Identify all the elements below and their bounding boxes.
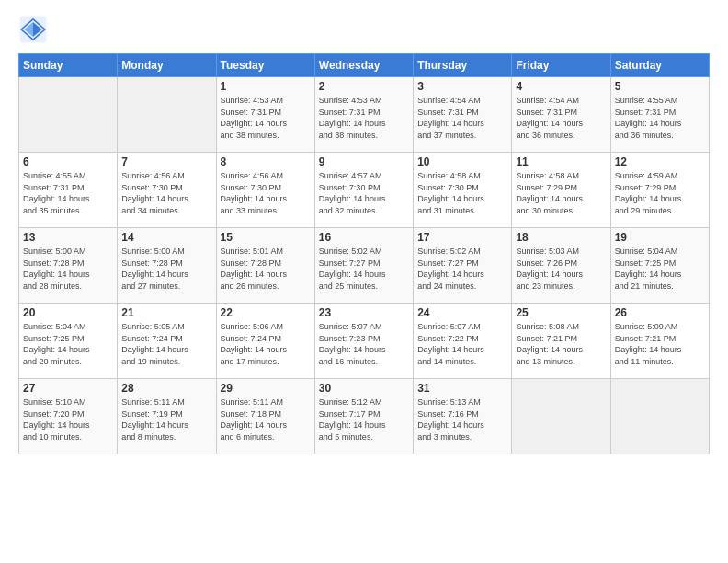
day-number: 17 (417, 231, 507, 244)
day-cell: 24Sunrise: 5:07 AM Sunset: 7:22 PM Dayli… (414, 304, 512, 379)
day-cell: 27Sunrise: 5:10 AM Sunset: 7:20 PM Dayli… (19, 379, 118, 454)
day-cell: 15Sunrise: 5:01 AM Sunset: 7:28 PM Dayli… (216, 228, 314, 304)
calendar-page: SundayMondayTuesdayWednesdayThursdayFrid… (0, 0, 728, 563)
day-number: 28 (121, 382, 211, 395)
day-info: Sunrise: 5:11 AM Sunset: 7:19 PM Dayligh… (121, 396, 211, 442)
day-cell: 9Sunrise: 4:57 AM Sunset: 7:30 PM Daylig… (314, 153, 413, 228)
weekday-sunday: Sunday (19, 54, 118, 77)
week-row-3: 13Sunrise: 5:00 AM Sunset: 7:28 PM Dayli… (19, 228, 710, 304)
day-number: 15 (221, 231, 311, 244)
day-info: Sunrise: 4:58 AM Sunset: 7:30 PM Dayligh… (417, 170, 507, 216)
day-cell: 21Sunrise: 5:05 AM Sunset: 7:24 PM Dayli… (118, 304, 216, 379)
day-cell: 6Sunrise: 4:55 AM Sunset: 7:31 PM Daylig… (19, 153, 118, 228)
day-info: Sunrise: 4:58 AM Sunset: 7:29 PM Dayligh… (516, 170, 606, 216)
day-number: 4 (516, 80, 606, 93)
day-info: Sunrise: 4:54 AM Sunset: 7:31 PM Dayligh… (516, 95, 606, 141)
day-number: 25 (516, 306, 606, 319)
day-number: 3 (417, 80, 507, 93)
week-row-5: 27Sunrise: 5:10 AM Sunset: 7:20 PM Dayli… (19, 379, 710, 454)
day-number: 2 (319, 80, 409, 93)
day-cell: 4Sunrise: 4:54 AM Sunset: 7:31 PM Daylig… (512, 77, 610, 153)
day-number: 27 (23, 382, 113, 395)
day-number: 8 (221, 155, 311, 168)
day-cell: 20Sunrise: 5:04 AM Sunset: 7:25 PM Dayli… (19, 304, 118, 379)
day-info: Sunrise: 5:08 AM Sunset: 7:21 PM Dayligh… (516, 321, 606, 367)
day-cell: 13Sunrise: 5:00 AM Sunset: 7:28 PM Dayli… (19, 228, 118, 304)
day-cell: 5Sunrise: 4:55 AM Sunset: 7:31 PM Daylig… (610, 77, 709, 153)
day-info: Sunrise: 5:09 AM Sunset: 7:21 PM Dayligh… (615, 321, 705, 367)
day-number: 26 (615, 306, 705, 319)
day-cell: 17Sunrise: 5:02 AM Sunset: 7:27 PM Dayli… (414, 228, 512, 304)
day-cell: 7Sunrise: 4:56 AM Sunset: 7:30 PM Daylig… (118, 153, 216, 228)
day-info: Sunrise: 4:56 AM Sunset: 7:30 PM Dayligh… (121, 170, 211, 216)
week-row-1: 1Sunrise: 4:53 AM Sunset: 7:31 PM Daylig… (19, 77, 710, 153)
day-info: Sunrise: 4:54 AM Sunset: 7:31 PM Dayligh… (417, 95, 507, 141)
day-cell: 1Sunrise: 4:53 AM Sunset: 7:31 PM Daylig… (216, 77, 314, 153)
day-info: Sunrise: 5:11 AM Sunset: 7:18 PM Dayligh… (221, 396, 311, 442)
day-cell (19, 77, 118, 153)
day-info: Sunrise: 4:59 AM Sunset: 7:29 PM Dayligh… (615, 170, 705, 216)
day-number: 9 (319, 155, 409, 168)
day-number: 16 (319, 231, 409, 244)
calendar-table: SundayMondayTuesdayWednesdayThursdayFrid… (18, 53, 710, 454)
week-row-2: 6Sunrise: 4:55 AM Sunset: 7:31 PM Daylig… (19, 153, 710, 228)
day-cell (118, 77, 216, 153)
weekday-monday: Monday (118, 54, 216, 77)
day-number: 31 (417, 382, 507, 395)
day-cell: 29Sunrise: 5:11 AM Sunset: 7:18 PM Dayli… (216, 379, 314, 454)
weekday-thursday: Thursday (414, 54, 512, 77)
day-cell: 28Sunrise: 5:11 AM Sunset: 7:19 PM Dayli… (118, 379, 216, 454)
header (18, 15, 710, 44)
day-info: Sunrise: 5:07 AM Sunset: 7:22 PM Dayligh… (417, 321, 507, 367)
day-info: Sunrise: 5:03 AM Sunset: 7:26 PM Dayligh… (516, 246, 606, 292)
day-info: Sunrise: 5:02 AM Sunset: 7:27 PM Dayligh… (319, 246, 409, 292)
day-cell: 19Sunrise: 5:04 AM Sunset: 7:25 PM Dayli… (610, 228, 709, 304)
day-number: 22 (221, 306, 311, 319)
day-number: 5 (615, 80, 705, 93)
day-cell: 31Sunrise: 5:13 AM Sunset: 7:16 PM Dayli… (414, 379, 512, 454)
day-info: Sunrise: 4:55 AM Sunset: 7:31 PM Dayligh… (23, 170, 113, 216)
day-info: Sunrise: 4:53 AM Sunset: 7:31 PM Dayligh… (221, 95, 311, 141)
weekday-tuesday: Tuesday (216, 54, 314, 77)
day-number: 19 (615, 231, 705, 244)
day-number: 10 (417, 155, 507, 168)
day-info: Sunrise: 5:06 AM Sunset: 7:24 PM Dayligh… (221, 321, 311, 367)
day-cell: 30Sunrise: 5:12 AM Sunset: 7:17 PM Dayli… (314, 379, 413, 454)
day-info: Sunrise: 5:04 AM Sunset: 7:25 PM Dayligh… (615, 246, 705, 292)
day-number: 18 (516, 231, 606, 244)
weekday-saturday: Saturday (610, 54, 709, 77)
day-info: Sunrise: 5:00 AM Sunset: 7:28 PM Dayligh… (23, 246, 113, 292)
day-info: Sunrise: 5:07 AM Sunset: 7:23 PM Dayligh… (319, 321, 409, 367)
day-cell: 2Sunrise: 4:53 AM Sunset: 7:31 PM Daylig… (314, 77, 413, 153)
day-number: 20 (23, 306, 113, 319)
day-number: 14 (121, 231, 211, 244)
day-number: 13 (23, 231, 113, 244)
day-number: 23 (319, 306, 409, 319)
day-cell: 25Sunrise: 5:08 AM Sunset: 7:21 PM Dayli… (512, 304, 610, 379)
day-number: 29 (221, 382, 311, 395)
day-cell: 12Sunrise: 4:59 AM Sunset: 7:29 PM Dayli… (610, 153, 709, 228)
day-cell (512, 379, 610, 454)
day-number: 7 (121, 155, 211, 168)
day-number: 21 (121, 306, 211, 319)
day-info: Sunrise: 5:10 AM Sunset: 7:20 PM Dayligh… (23, 396, 113, 442)
day-info: Sunrise: 4:55 AM Sunset: 7:31 PM Dayligh… (615, 95, 705, 141)
weekday-friday: Friday (512, 54, 610, 77)
day-info: Sunrise: 4:56 AM Sunset: 7:30 PM Dayligh… (221, 170, 311, 216)
weekday-wednesday: Wednesday (314, 54, 413, 77)
day-cell: 14Sunrise: 5:00 AM Sunset: 7:28 PM Dayli… (118, 228, 216, 304)
day-info: Sunrise: 5:04 AM Sunset: 7:25 PM Dayligh… (23, 321, 113, 367)
day-info: Sunrise: 5:02 AM Sunset: 7:27 PM Dayligh… (417, 246, 507, 292)
day-info: Sunrise: 5:01 AM Sunset: 7:28 PM Dayligh… (221, 246, 311, 292)
logo-icon (18, 15, 48, 44)
day-number: 11 (516, 155, 606, 168)
day-cell: 26Sunrise: 5:09 AM Sunset: 7:21 PM Dayli… (610, 304, 709, 379)
day-cell (610, 379, 709, 454)
week-row-4: 20Sunrise: 5:04 AM Sunset: 7:25 PM Dayli… (19, 304, 710, 379)
day-info: Sunrise: 4:53 AM Sunset: 7:31 PM Dayligh… (319, 95, 409, 141)
day-cell: 18Sunrise: 5:03 AM Sunset: 7:26 PM Dayli… (512, 228, 610, 304)
logo (18, 15, 51, 44)
day-cell: 3Sunrise: 4:54 AM Sunset: 7:31 PM Daylig… (414, 77, 512, 153)
day-info: Sunrise: 5:05 AM Sunset: 7:24 PM Dayligh… (121, 321, 211, 367)
day-number: 24 (417, 306, 507, 319)
